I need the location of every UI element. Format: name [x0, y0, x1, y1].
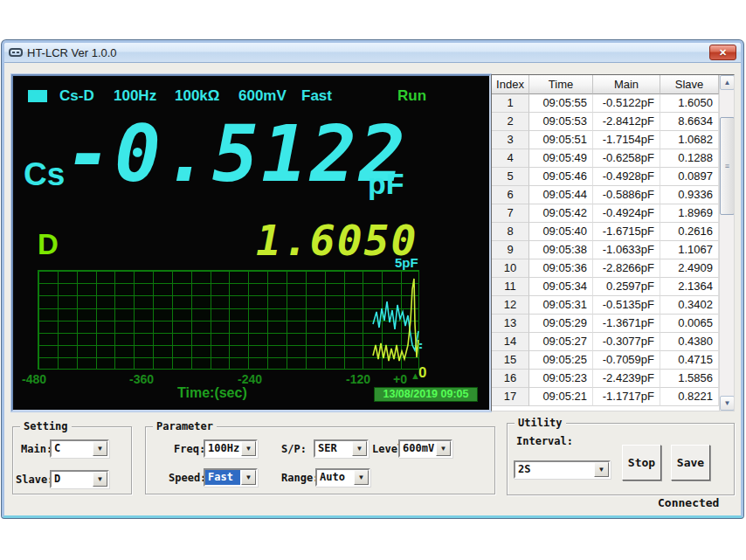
chevron-down-icon[interactable]: ▼ [352, 441, 367, 456]
table-cell-slave: 2.1364 [660, 278, 719, 296]
interval-label: Interval: [516, 435, 573, 447]
chevron-down-icon[interactable]: ▼ [241, 441, 256, 456]
x-tick-2: -240 [238, 372, 262, 386]
table-row[interactable]: 209:05:53-2.8412pF8.6634 [492, 113, 734, 131]
save-button[interactable]: Save [671, 445, 710, 480]
table-row[interactable]: 1209:05:31-0.5135pF0.3402 [492, 296, 734, 315]
table-cell-time: 09:05:40 [529, 223, 593, 241]
scroll-up-icon[interactable]: ▲ [720, 75, 735, 90]
trend-graph-traces [38, 270, 419, 370]
table-cell-index: 15 [492, 351, 529, 370]
table-row[interactable]: 509:05:46-0.4928pF0.0897 [492, 168, 734, 186]
table-row[interactable]: 1009:05:36-2.8266pF2.4909 [492, 259, 734, 278]
main-param-select[interactable]: C ▼ [50, 439, 109, 458]
range-select[interactable]: Auto ▼ [315, 468, 370, 487]
status-level: 600mV [238, 87, 287, 105]
table-row[interactable]: 309:05:51-1.7154pF1.0682 [492, 131, 734, 149]
timestamp-badge: 13/08/2019 09:05 [374, 387, 478, 402]
col-header-index[interactable]: Index [492, 75, 529, 94]
chevron-down-icon[interactable]: ▼ [93, 441, 107, 456]
table-cell-time: 09:05:46 [529, 168, 593, 186]
status-mode: Cs-D [59, 87, 94, 105]
table-row[interactable]: 1709:05:21-1.1717pF0.8221 [492, 388, 734, 406]
x-tick-3: -120 [346, 372, 370, 386]
table-cell-index: 1 [492, 94, 529, 113]
col-header-main[interactable]: Main [593, 75, 660, 94]
table-cell-main: -2.4239pF [593, 370, 660, 388]
chevron-down-icon[interactable]: ▼ [93, 472, 107, 487]
table-cell-index: 10 [492, 259, 529, 278]
table-cell-slave: 0.8221 [660, 388, 719, 406]
x-tick-1: -360 [129, 372, 154, 386]
secondary-reading-label: D [38, 228, 59, 261]
table-scrollbar[interactable]: ▲ ≡ ▼ [719, 75, 734, 411]
close-button[interactable]: ✕ [709, 45, 736, 60]
table-row[interactable]: 1509:05:25-0.7059pF0.4715 [492, 351, 734, 370]
table-cell-time: 09:05:49 [529, 149, 593, 168]
table-cell-time: 09:05:44 [529, 186, 593, 204]
table-row[interactable]: 409:05:49-0.6258pF0.1288 [492, 149, 734, 168]
table-cell-main: -1.0633pF [593, 241, 660, 259]
interval-select[interactable]: 2S ▼ [514, 460, 611, 479]
table-cell-slave: 0.4380 [660, 333, 719, 351]
app-icon [9, 47, 23, 58]
table-cell-index: 12 [492, 296, 529, 315]
speed-select[interactable]: Fast ▼ [204, 468, 258, 487]
table-row[interactable]: 909:05:38-1.0633pF1.1067 [492, 241, 734, 259]
table-cell-index: 7 [492, 204, 529, 223]
table-row[interactable]: 1109:05:340.2597pF2.1364 [492, 278, 734, 296]
col-header-slave[interactable]: Slave [660, 75, 719, 94]
table-cell-index: 14 [492, 333, 529, 351]
range-label: Range: [281, 472, 319, 484]
chevron-down-icon[interactable]: ▼ [594, 462, 609, 477]
slave-param-select[interactable]: D ▼ [50, 470, 109, 488]
table-row[interactable]: 709:05:42-0.4924pF1.8969 [492, 204, 734, 223]
parameter-group-title: Parameter [153, 420, 217, 432]
table-row[interactable]: 609:05:44-0.5886pF0.9336 [492, 186, 734, 204]
speed-label: Speed: [169, 472, 206, 484]
table-cell-main: -0.6258pF [593, 149, 660, 168]
sp-label: S/P: [281, 443, 307, 455]
stop-button[interactable]: Stop [622, 445, 661, 480]
main-reading-value: -0.5122 [66, 116, 408, 193]
chevron-down-icon[interactable]: ▼ [241, 470, 256, 485]
table-cell-index: 13 [492, 315, 529, 333]
table-cell-index: 17 [492, 388, 529, 406]
sp-select[interactable]: SER ▼ [314, 439, 369, 458]
table-cell-main: -1.6715pF [593, 223, 660, 241]
connection-status: Connected [658, 496, 719, 509]
table-cell-slave: 1.6050 [660, 94, 719, 113]
table-cell-slave: 0.3402 [660, 296, 719, 315]
table-cell-slave: 0.9336 [660, 186, 719, 204]
freq-select[interactable]: 100Hz ▼ [204, 439, 258, 458]
scroll-down-icon[interactable]: ▼ [720, 396, 735, 411]
table-cell-slave: 8.6634 [660, 113, 719, 131]
table-row[interactable]: 1409:05:27-0.3077pF0.4380 [492, 333, 734, 351]
table-cell-main: -0.7059pF [593, 351, 660, 370]
table-cell-main: -1.1717pF [593, 388, 660, 406]
table-cell-index: 5 [492, 168, 529, 186]
table-cell-time: 09:05:36 [529, 259, 593, 278]
status-freq: 100Hz [114, 87, 156, 105]
scrollbar-thumb[interactable]: ≡ [720, 117, 735, 215]
table-cell-slave: 1.0682 [660, 131, 719, 149]
table-row[interactable]: 809:05:40-1.6715pF0.2616 [492, 223, 734, 241]
table-cell-time: 09:05:42 [529, 204, 593, 223]
table-cell-main: -0.3077pF [593, 333, 660, 351]
title-bar[interactable]: HT-LCR Ver 1.0.0 ✕ [4, 43, 741, 63]
table-body: 109:05:55-0.5122pF1.6050209:05:53-2.8412… [492, 94, 734, 406]
level-select[interactable]: 600mV ▼ [398, 439, 452, 458]
col-header-time[interactable]: Time [529, 75, 593, 94]
main-reading-label: Cs [24, 156, 65, 193]
table-row[interactable]: 1609:05:23-2.4239pF1.5856 [492, 370, 734, 388]
table-cell-slave: 0.0897 [660, 168, 719, 186]
table-cell-slave: 0.4715 [660, 351, 719, 370]
table-cell-main: -0.4928pF [593, 168, 660, 186]
table-row[interactable]: 1309:05:29-1.3671pF0.0065 [492, 315, 734, 333]
chevron-down-icon[interactable]: ▼ [436, 441, 451, 456]
chevron-down-icon[interactable]: ▼ [354, 470, 369, 485]
table-row[interactable]: 109:05:55-0.5122pF1.6050 [492, 94, 734, 113]
window-title: HT-LCR Ver 1.0.0 [27, 46, 117, 59]
table-cell-index: 16 [492, 370, 529, 388]
setting-group-title: Setting [20, 420, 72, 432]
